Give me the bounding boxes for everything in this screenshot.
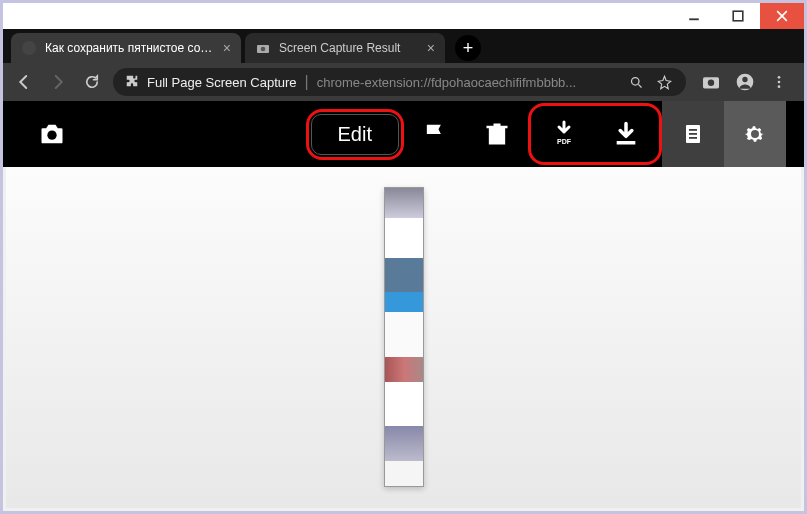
window-close-button[interactable] — [760, 3, 804, 29]
omnibox-title: Full Page Screen Capture — [147, 75, 297, 90]
svg-rect-20 — [689, 129, 697, 131]
download-pdf-button[interactable]: PDF — [533, 108, 595, 160]
extension-camera-icon[interactable] — [700, 71, 722, 93]
omnibox-separator: | — [305, 73, 309, 91]
maximize-button[interactable] — [716, 3, 760, 29]
menu-icon[interactable] — [768, 71, 790, 93]
back-button[interactable] — [11, 69, 37, 95]
preview-area — [6, 167, 801, 508]
capture-button[interactable] — [21, 108, 83, 160]
svg-rect-0 — [689, 18, 699, 20]
capture-thumbnail[interactable] — [384, 187, 424, 487]
download-image-button[interactable] — [595, 108, 657, 160]
new-tab-button[interactable]: + — [455, 35, 481, 61]
flag-button[interactable] — [404, 108, 466, 160]
tab-title: Screen Capture Result — [279, 41, 421, 55]
highlight-download: PDF — [528, 103, 662, 165]
tab-title: Как сохранить пятнистое сокро — [45, 41, 217, 55]
svg-point-4 — [22, 41, 36, 55]
svg-point-14 — [778, 81, 781, 84]
svg-rect-22 — [689, 137, 697, 139]
address-bar: Full Page Screen Capture | chrome-extens… — [3, 63, 804, 101]
svg-point-13 — [778, 76, 781, 79]
settings-button[interactable] — [724, 101, 786, 167]
star-icon[interactable] — [654, 75, 674, 90]
svg-rect-1 — [733, 11, 743, 21]
edit-button[interactable]: Edit — [311, 114, 399, 155]
omnibox[interactable]: Full Page Screen Capture | chrome-extens… — [113, 68, 686, 96]
svg-point-16 — [47, 131, 56, 140]
search-icon[interactable] — [626, 75, 646, 90]
svg-point-6 — [261, 47, 266, 52]
svg-text:PDF: PDF — [557, 138, 572, 145]
extension-toolbar: Edit PDF — [3, 101, 804, 167]
highlight-edit: Edit — [306, 109, 404, 160]
svg-point-10 — [708, 80, 714, 86]
svg-point-15 — [778, 85, 781, 88]
delete-button[interactable] — [466, 108, 528, 160]
svg-line-8 — [638, 84, 641, 87]
forward-button[interactable] — [45, 69, 71, 95]
window-titlebar — [3, 3, 804, 29]
svg-point-12 — [742, 77, 747, 82]
history-button[interactable] — [662, 101, 724, 167]
svg-point-7 — [631, 77, 639, 85]
svg-rect-21 — [689, 133, 697, 135]
reload-button[interactable] — [79, 69, 105, 95]
browser-tab-0[interactable]: Как сохранить пятнистое сокро × — [11, 33, 241, 63]
omnibox-url: chrome-extension://fdpohaocaechififmbbbb… — [317, 75, 618, 90]
tab-close-icon[interactable]: × — [223, 40, 231, 56]
camera-icon — [255, 40, 271, 56]
extension-icon — [125, 74, 139, 91]
svg-rect-18 — [617, 141, 636, 145]
browser-tab-1[interactable]: Screen Capture Result × — [245, 33, 445, 63]
tab-close-icon[interactable]: × — [427, 40, 435, 56]
minimize-button[interactable] — [672, 3, 716, 29]
tab-strip: Как сохранить пятнистое сокро × Screen C… — [3, 29, 804, 63]
favicon-icon — [21, 40, 37, 56]
profile-icon[interactable] — [734, 71, 756, 93]
